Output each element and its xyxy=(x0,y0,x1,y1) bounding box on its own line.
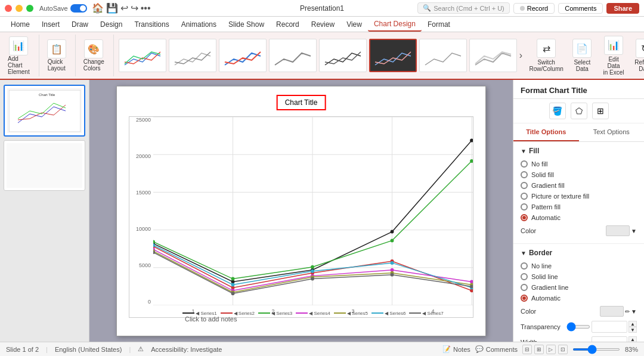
border-color-picker[interactable]: ✏ ▼ xyxy=(600,306,637,317)
transparency-slider[interactable] xyxy=(566,325,590,329)
slide-canvas[interactable]: Chart Title 25000 20000 15000 10000 5000… xyxy=(116,86,486,336)
fill-gradient[interactable]: Gradient fill xyxy=(521,180,637,191)
chart-style-7[interactable] xyxy=(419,39,467,72)
nav-draw[interactable]: Draw xyxy=(66,18,94,31)
nav-view[interactable]: View xyxy=(340,18,368,31)
border-automatic[interactable]: Automatic xyxy=(521,293,637,304)
automatic-line-radio[interactable] xyxy=(521,295,528,302)
more-icon[interactable]: ••• xyxy=(141,3,151,14)
slide-item-2[interactable]: 2 xyxy=(4,140,85,191)
switch-icon: ⇄ xyxy=(537,39,556,58)
close-button[interactable] xyxy=(5,5,12,12)
fill-picture-texture[interactable]: Picture or texture fill xyxy=(521,191,637,202)
no-fill-radio[interactable] xyxy=(521,160,528,168)
add-chart-element-btn[interactable]: 📊 Add ChartElement xyxy=(5,35,33,77)
normal-view-icon[interactable]: ⊟ xyxy=(522,345,532,354)
chart-style-3[interactable] xyxy=(219,39,267,72)
layout-icon[interactable]: ⊞ xyxy=(592,103,609,119)
border-gradient-line[interactable]: Gradient line xyxy=(521,282,637,293)
quick-layout-btn[interactable]: 📋 QuickLayout xyxy=(44,38,69,73)
border-section-header[interactable]: ▼ Border xyxy=(521,249,637,257)
undo-icon[interactable]: ↩ xyxy=(120,2,128,14)
save-icon[interactable]: 💾 xyxy=(106,2,118,14)
edit-color-icon[interactable]: ✏ xyxy=(625,308,630,315)
automatic-fill-radio[interactable] xyxy=(521,214,528,221)
gallery-next-icon[interactable]: › xyxy=(519,50,522,61)
solid-fill-radio[interactable] xyxy=(521,171,528,178)
comments-button[interactable]: Comments xyxy=(558,3,603,14)
fill-automatic[interactable]: Automatic xyxy=(521,212,637,223)
slide-item-1[interactable]: 1 Chart Title xyxy=(4,85,85,137)
edit-data-excel-btn[interactable]: 📊 Edit Datain Excel xyxy=(599,34,628,78)
nav-chartdesign[interactable]: Chart Design xyxy=(368,17,422,32)
border-collapse-icon: ▼ xyxy=(521,250,527,256)
maximize-button[interactable] xyxy=(26,5,33,12)
notes-button[interactable]: 📝 Notes xyxy=(442,345,470,353)
record-button[interactable]: Record xyxy=(513,3,555,14)
fill-no-fill[interactable]: No fill xyxy=(521,159,637,169)
transparency-up[interactable]: ▲ xyxy=(628,321,637,327)
width-input[interactable] xyxy=(592,336,627,342)
search-box[interactable]: 🔍 Search (Cmd + Ctrl + U) xyxy=(417,2,510,14)
pattern-fill-radio[interactable] xyxy=(521,203,528,210)
no-line-radio[interactable] xyxy=(521,262,528,270)
width-up[interactable]: ▲ xyxy=(628,336,637,342)
transparency-input[interactable] xyxy=(592,321,627,333)
autosave-toggle[interactable] xyxy=(70,4,87,13)
slideshow-icon[interactable]: ⊡ xyxy=(558,345,568,354)
solid-line-radio[interactable] xyxy=(521,273,528,280)
gradient-line-radio[interactable] xyxy=(521,284,528,291)
home-icon[interactable]: 🏠 xyxy=(92,2,104,14)
select-data-btn[interactable]: 📄 SelectData xyxy=(569,37,595,74)
pentagon-icon[interactable]: ⬠ xyxy=(571,103,587,119)
border-color-swatch[interactable] xyxy=(600,306,624,317)
tab-title-options[interactable]: Title Options xyxy=(513,123,579,141)
fill-solid[interactable]: Solid fill xyxy=(521,169,637,180)
chart-title-box[interactable]: Chart Title xyxy=(277,95,326,110)
border-no-line[interactable]: No line xyxy=(521,261,637,271)
fill-pattern[interactable]: Pattern fill xyxy=(521,202,637,212)
picture-fill-radio[interactable] xyxy=(521,193,528,200)
nav-review[interactable]: Review xyxy=(305,18,340,31)
slide-sorter-icon[interactable]: ⊞ xyxy=(534,345,544,354)
change-colors-btn[interactable]: 🎨 ChangeColors xyxy=(80,38,107,73)
chart-style-1[interactable] xyxy=(119,39,166,72)
chart-style-8[interactable] xyxy=(469,39,517,72)
legend-dot-1 xyxy=(182,312,194,314)
fill-color-picker[interactable]: ▼ xyxy=(606,225,637,236)
refresh-data-btn[interactable]: ↻ RefreshData xyxy=(632,37,644,74)
share-button[interactable]: Share xyxy=(606,3,639,14)
nav-design[interactable]: Design xyxy=(94,18,128,31)
transparency-down[interactable]: ▼ xyxy=(628,327,637,333)
nav-record[interactable]: Record xyxy=(270,18,305,31)
nav-insert[interactable]: Insert xyxy=(36,18,66,31)
chart-style-selected[interactable] xyxy=(369,39,417,72)
chart-style-2[interactable] xyxy=(169,39,216,72)
tab-text-options[interactable]: Text Options xyxy=(579,123,645,141)
chart-style-5[interactable] xyxy=(319,39,367,72)
chart-style-4[interactable] xyxy=(269,39,317,72)
zoom-slider[interactable] xyxy=(572,348,620,351)
nav-slideshow[interactable]: Slide Show xyxy=(222,18,270,31)
fill-color-dropdown-icon[interactable]: ▼ xyxy=(631,228,637,234)
svg-point-38 xyxy=(231,283,235,286)
nav-format[interactable]: Format xyxy=(422,18,456,31)
shape-fill-icon[interactable]: 🪣 xyxy=(549,103,566,119)
nav-animations[interactable]: Animations xyxy=(175,18,222,31)
refresh-label: RefreshData xyxy=(634,59,644,72)
border-color-dropdown-icon[interactable]: ▼ xyxy=(631,308,637,315)
redo-icon[interactable]: ↪ xyxy=(131,2,138,14)
no-line-label: No line xyxy=(531,262,552,270)
nav-transitions[interactable]: Transitions xyxy=(128,18,175,31)
transparency-label: Transparency xyxy=(521,323,561,330)
reading-view-icon[interactable]: ▷ xyxy=(546,345,556,354)
border-solid-line[interactable]: Solid line xyxy=(521,271,637,282)
minimize-button[interactable] xyxy=(16,5,23,12)
comments-bottom-button[interactable]: 💬 Comments xyxy=(475,345,518,353)
switch-row-column-btn[interactable]: ⇄ SwitchRow/Column xyxy=(527,37,565,74)
fill-color-swatch[interactable] xyxy=(606,225,630,236)
nav-home[interactable]: Home xyxy=(5,18,36,31)
fill-section-header[interactable]: ▼ Fill xyxy=(521,147,637,155)
add-notes-text[interactable]: Click to add notes xyxy=(185,315,237,323)
gradient-fill-radio[interactable] xyxy=(521,182,528,189)
